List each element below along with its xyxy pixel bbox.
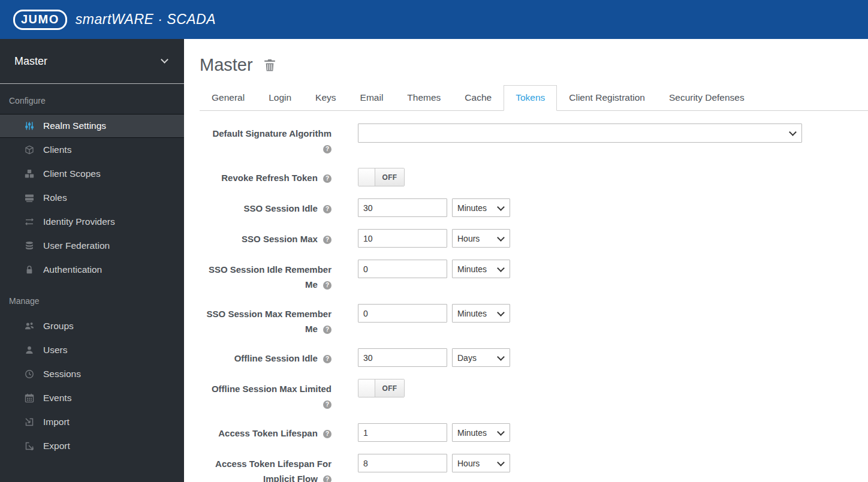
field-controls: Minutes — [358, 198, 868, 217]
sidebar-item-import[interactable]: Import — [0, 410, 184, 434]
field-controls: Hours — [358, 454, 868, 472]
field-label-text: Access Token Lifespan — [218, 428, 318, 438]
offline-session-max-limited-toggle[interactable]: OFF — [358, 379, 405, 397]
default-signature-algorithm-select[interactable] — [358, 123, 802, 143]
revoke-refresh-token-toggle[interactable]: OFF — [358, 168, 405, 186]
help-icon[interactable]: ? — [323, 355, 331, 363]
select-wrap: Hours — [452, 229, 510, 248]
help-icon[interactable]: ? — [323, 400, 331, 409]
help-icon[interactable]: ? — [323, 430, 331, 438]
import-icon — [24, 417, 35, 427]
sidebar-item-label: Identity Providers — [43, 216, 115, 227]
product-name: smartWARE · SCADA — [76, 11, 216, 28]
access-token-lifespan-unit-select[interactable]: Minutes — [452, 423, 510, 442]
form-row-revoke-refresh-token: Revoke Refresh Token ?OFF — [200, 168, 868, 186]
jumo-logo: JUMO — [13, 10, 67, 30]
calendar-icon — [24, 393, 35, 403]
form-row-sso-session-idle: SSO Session Idle ?Minutes — [200, 198, 868, 217]
nav-section-title: Configure — [0, 84, 184, 114]
sidebar-item-label: Roles — [43, 192, 67, 203]
exchange-icon — [24, 217, 35, 227]
tab-general[interactable]: General — [200, 85, 257, 111]
offline-session-idle-unit-select[interactable]: Days — [452, 348, 510, 367]
sidebar-item-authentication[interactable]: Authentication — [0, 258, 184, 282]
sso-session-idle-unit-select[interactable]: Minutes — [452, 198, 510, 217]
help-icon[interactable]: ? — [323, 326, 331, 334]
access-token-lifespan-for-implicit-flow-unit-select[interactable]: Hours — [452, 454, 510, 472]
sidebar-item-label: Export — [43, 441, 70, 451]
field-controls — [358, 123, 868, 143]
sso-session-max-unit-select[interactable]: Hours — [452, 229, 510, 248]
help-icon[interactable]: ? — [323, 236, 331, 244]
database-icon — [24, 241, 35, 251]
tab-keys[interactable]: Keys — [303, 85, 348, 111]
realm-selector[interactable]: Master — [0, 39, 184, 84]
sidebar-item-label: Import — [43, 417, 70, 427]
field-label: SSO Session Max ? — [200, 229, 331, 246]
field-controls: Minutes — [358, 260, 868, 278]
help-icon[interactable]: ? — [323, 475, 331, 482]
tab-security-defenses[interactable]: Security Defenses — [657, 85, 757, 111]
tab-client-registration[interactable]: Client Registration — [557, 85, 657, 111]
help-icon[interactable]: ? — [323, 205, 331, 213]
realm-selector-label: Master — [14, 55, 47, 68]
sso-session-max-input[interactable] — [358, 229, 447, 248]
sso-session-idle-input[interactable] — [358, 198, 447, 217]
sidebar-item-label: User Federation — [43, 240, 110, 251]
select-wrap: Minutes — [452, 260, 510, 278]
sidebar-item-roles[interactable]: Roles — [0, 186, 184, 210]
trash-icon — [264, 59, 276, 72]
field-label-text: Offline Session Idle — [234, 353, 318, 363]
field-label: Default Signature Algorithm ? — [200, 123, 331, 156]
main-content: Master GeneralLoginKeysEmailThemesCacheT… — [184, 39, 868, 482]
field-label: Access Token Lifespan For Implicit Flow … — [200, 454, 331, 482]
tab-cache[interactable]: Cache — [453, 85, 504, 111]
sso-session-idle-remember-me-input[interactable] — [358, 260, 447, 278]
users-icon — [24, 321, 35, 331]
page-title: Master — [200, 55, 253, 75]
select-wrap: Hours — [452, 454, 510, 472]
delete-realm-button[interactable] — [264, 59, 276, 72]
app-layout: Master ConfigureRealm SettingsClientsCli… — [0, 39, 868, 482]
help-icon[interactable]: ? — [323, 145, 331, 153]
sso-session-max-remember-me-unit-select[interactable]: Minutes — [452, 304, 510, 323]
sidebar-item-clients[interactable]: Clients — [0, 138, 184, 162]
sidebar-item-user-federation[interactable]: User Federation — [0, 234, 184, 258]
tab-themes[interactable]: Themes — [395, 85, 453, 111]
chevron-down-icon — [161, 56, 168, 64]
sidebar-item-realm-settings[interactable]: Realm Settings — [0, 114, 184, 138]
field-label-text: Access Token Lifespan For Implicit Flow — [215, 459, 331, 482]
form-row-access-token-lifespan: Access Token Lifespan ?Minutes — [200, 423, 868, 442]
page-title-row: Master — [200, 55, 868, 75]
offline-session-idle-input[interactable] — [358, 348, 447, 367]
sso-session-max-remember-me-input[interactable] — [358, 304, 447, 323]
field-controls: Minutes — [358, 304, 868, 323]
help-icon[interactable]: ? — [323, 174, 331, 183]
form-row-sso-session-idle-remember-me: SSO Session Idle Remember Me ?Minutes — [200, 260, 868, 292]
field-controls: Hours — [358, 229, 868, 248]
field-label-text: Offline Session Max Limited — [212, 384, 331, 394]
sidebar-item-users[interactable]: Users — [0, 338, 184, 362]
sidebar-item-groups[interactable]: Groups — [0, 314, 184, 338]
field-label: Revoke Refresh Token ? — [200, 168, 331, 185]
field-label-text: SSO Session Max — [242, 234, 318, 244]
tab-email[interactable]: Email — [348, 85, 396, 111]
sso-session-idle-remember-me-unit-select[interactable]: Minutes — [452, 260, 510, 278]
export-icon — [24, 441, 35, 451]
sidebar-item-sessions[interactable]: Sessions — [0, 362, 184, 386]
field-label-text: Default Signature Algorithm — [212, 128, 331, 138]
lock-icon — [24, 265, 35, 275]
form-row-access-token-lifespan-for-implicit-flow: Access Token Lifespan For Implicit Flow … — [200, 454, 868, 482]
tab-tokens[interactable]: Tokens — [504, 85, 557, 111]
sidebar-item-identity-providers[interactable]: Identity Providers — [0, 210, 184, 234]
access-token-lifespan-input[interactable] — [358, 423, 447, 442]
form-row-sso-session-max: SSO Session Max ?Hours — [200, 229, 868, 248]
sidebar-item-export[interactable]: Export — [0, 434, 184, 458]
roles-icon — [24, 193, 35, 203]
tab-login[interactable]: Login — [257, 85, 303, 111]
sidebar-item-events[interactable]: Events — [0, 386, 184, 410]
help-icon[interactable]: ? — [323, 281, 331, 290]
sidebar-item-client-scopes[interactable]: Client Scopes — [0, 162, 184, 186]
access-token-lifespan-for-implicit-flow-input[interactable] — [358, 454, 447, 472]
field-label: Access Token Lifespan ? — [200, 423, 331, 441]
